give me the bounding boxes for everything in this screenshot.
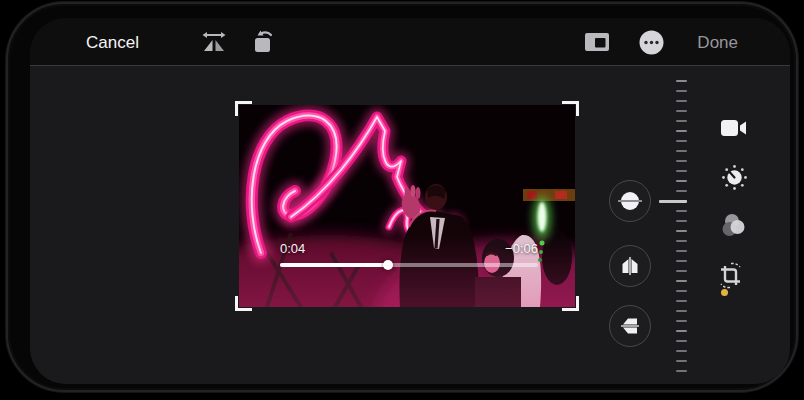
straighten-icon xyxy=(617,188,643,214)
ruler-tick xyxy=(676,300,687,302)
horizontal-perspective-icon xyxy=(618,314,642,338)
video-scrubber[interactable] xyxy=(280,263,538,267)
ruler-tick xyxy=(676,290,687,292)
ruler-tick xyxy=(676,370,687,372)
crop-handle-top-left[interactable] xyxy=(235,101,252,116)
ruler-tick xyxy=(676,280,687,282)
ruler-tick xyxy=(676,100,687,102)
video-preview[interactable]: 0:04 −0:06 xyxy=(239,105,575,307)
adjust-dial-icon xyxy=(721,164,748,191)
ruler-tick xyxy=(676,250,687,252)
crop-rotate-icon xyxy=(717,262,744,289)
straighten-button[interactable] xyxy=(609,180,651,222)
crop-handle-top-right[interactable] xyxy=(562,101,579,116)
ruler-tick xyxy=(676,240,687,242)
video-camera-icon xyxy=(720,117,748,139)
crop-handle-bottom-right[interactable] xyxy=(562,296,579,311)
tab-video[interactable] xyxy=(720,114,748,142)
ruler-tick xyxy=(676,320,687,322)
vertical-perspective-button[interactable] xyxy=(609,245,651,287)
horizontal-perspective-button[interactable] xyxy=(609,305,651,347)
video-still-neon-sign xyxy=(239,105,575,307)
filters-icon xyxy=(721,212,747,238)
tab-adjust[interactable] xyxy=(720,163,748,191)
vertical-perspective-icon xyxy=(618,254,642,278)
ruler-tick xyxy=(676,310,687,312)
more-options-icon xyxy=(638,29,665,56)
elapsed-time: 0:04 xyxy=(280,241,305,256)
aspect-ratio-icon xyxy=(583,31,611,53)
ruler-tick xyxy=(676,260,687,262)
ruler-tick xyxy=(676,140,687,142)
flip-horizontal-icon xyxy=(201,30,227,54)
ruler-tick xyxy=(676,170,687,172)
crop-editor-area: 0:04 −0:06 xyxy=(30,66,790,384)
ruler-tick xyxy=(676,340,687,342)
ruler-tick xyxy=(676,150,687,152)
cancel-button[interactable]: Cancel xyxy=(86,18,139,66)
ruler-tick xyxy=(676,130,687,132)
tab-filters[interactable] xyxy=(720,211,748,239)
background: Cancel xyxy=(0,0,804,400)
ruler-tick xyxy=(676,330,687,332)
straighten-ruler[interactable] xyxy=(676,80,688,384)
crop-handle-bottom-left[interactable] xyxy=(235,296,252,311)
ruler-tick xyxy=(676,110,687,112)
ruler-tick xyxy=(676,190,687,192)
scrubber-fill xyxy=(280,263,388,267)
more-options-button[interactable] xyxy=(634,18,668,66)
tab-crop[interactable] xyxy=(716,261,744,289)
top-toolbar: Cancel xyxy=(30,18,790,66)
ruler-tick xyxy=(676,270,687,272)
remaining-time: −0:06 xyxy=(505,241,538,256)
ruler-tick xyxy=(676,80,687,82)
timestamps: 0:04 −0:06 xyxy=(280,241,538,256)
iphone-frame: Cancel xyxy=(6,2,798,392)
ruler-tick xyxy=(676,220,687,222)
aspect-ratio-button[interactable] xyxy=(580,18,614,66)
ruler-tick xyxy=(676,360,687,362)
rotate-icon xyxy=(251,29,277,55)
done-button[interactable]: Done xyxy=(697,18,738,66)
ruler-tick xyxy=(676,210,687,212)
rotate-button[interactable] xyxy=(248,18,280,66)
ruler-tick xyxy=(676,120,687,122)
ruler-tick xyxy=(676,230,687,232)
crop-edits-badge xyxy=(721,289,728,296)
ruler-tick xyxy=(676,180,687,182)
screen: Cancel xyxy=(30,18,790,384)
ruler-pointer xyxy=(659,200,687,203)
flip-horizontal-button[interactable] xyxy=(198,18,230,66)
ruler-tick xyxy=(676,90,687,92)
ruler-tick xyxy=(676,160,687,162)
ruler-tick xyxy=(676,350,687,352)
